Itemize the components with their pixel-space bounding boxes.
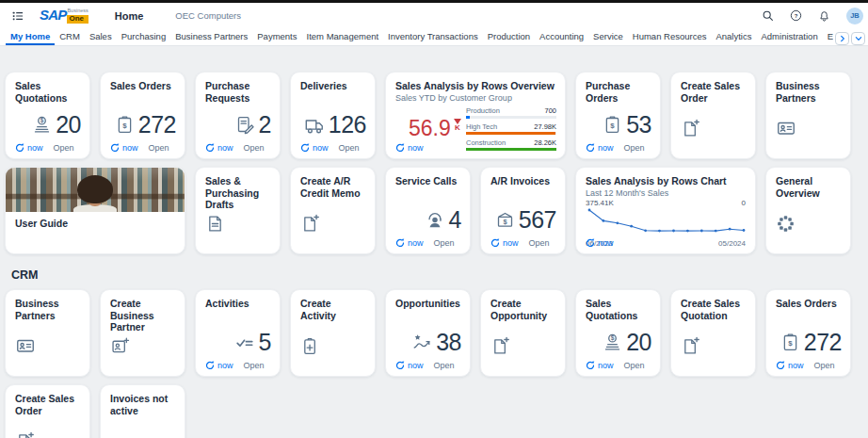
bar-value: 28.26K [534,138,556,147]
kpi-negative: 56.9K [409,119,461,138]
bell-icon[interactable] [818,9,830,22]
tile-sales-quotations[interactable]: Sales Quotations$20nowOpen [5,72,90,159]
open-link[interactable]: Open [624,361,645,370]
tab-administration[interactable]: Administration [756,28,822,45]
user-guide-photo [6,168,185,212]
nav-scroll-right-button[interactable] [835,32,849,45]
open-link[interactable]: Open [244,143,265,153]
refresh-now-link[interactable]: now [15,143,43,153]
refresh-label: now [408,361,424,370]
tile-user-guide[interactable]: User Guide [5,167,185,254]
tile-create-opportunity[interactable]: Create Opportunity [480,289,566,377]
tile-purchase-orders[interactable]: Purchase Orders$53nowOpen [575,72,661,159]
sales-order-icon: $ [780,333,800,352]
open-link[interactable]: Open [54,143,74,153]
tab-accounting[interactable]: Accounting [535,28,588,45]
refresh-label: now [122,143,138,153]
tile-activities[interactable]: Activities5nowOpen [195,289,281,377]
tile-title: Service Calls [395,175,460,187]
tile-footer: nowOpen [586,361,645,370]
tab-label: Inventory Transactions [388,31,478,41]
tile-purchase-requests[interactable]: Purchase Requests2nowOpen [195,72,281,159]
tab-crm[interactable]: CRM [55,28,85,45]
refresh-now-link[interactable]: now [776,361,804,370]
search-icon[interactable] [762,9,774,22]
tile-general-overview[interactable]: General Overview [765,167,851,254]
tab-human-resources[interactable]: Human Resources [628,28,712,45]
tile-create-sales-order[interactable]: Create Sales Order [5,384,90,438]
tab-purchasing[interactable]: Purchasing [117,28,171,45]
delivery-truck-icon [304,115,325,136]
tile-count: 53 [626,113,651,137]
open-link[interactable]: Open [149,143,169,153]
tab-analytics[interactable]: Analytics [711,28,756,45]
tile-sales-analysis-by-rows-chart[interactable]: Sales Analysis by Rows ChartLast 12 Mont… [575,167,756,254]
tab-label: Payments [257,31,297,41]
tile-count: 2 [259,113,271,137]
menu-icon[interactable] [11,9,24,23]
avatar[interactable]: JB [846,8,863,24]
open-link[interactable]: Open [339,143,360,153]
refresh-now-link[interactable]: now [395,143,424,153]
tab-inventory-transactions[interactable]: Inventory Transactions [383,28,483,45]
tile-title: Sales & Purchasing Drafts [205,175,270,211]
tile-invoices-not-active[interactable]: Invoices not active [100,384,185,438]
tab-sales[interactable]: Sales [85,28,117,45]
tab-business-partners[interactable]: Business Partners [170,28,252,45]
open-link[interactable]: Open [244,361,265,370]
open-link[interactable]: Open [529,238,550,248]
open-link[interactable]: Open [434,238,455,248]
logo-one-text: One [67,15,88,24]
nav-overflow [833,32,865,45]
tile-sales-orders[interactable]: Sales Orders$272nowOpen [765,289,851,377]
tab-production[interactable]: Production [483,28,535,45]
tab-payments[interactable]: Payments [252,28,301,45]
nav-expand-button[interactable] [851,32,865,45]
refresh-now-link[interactable]: now [586,361,614,370]
tile-sales-orders[interactable]: Sales Orders$272nowOpen [100,72,185,159]
tile-create-activity[interactable]: Create Activity [290,289,376,377]
tile-business-partners[interactable]: Business Partners [5,289,90,377]
refresh-now-link[interactable]: now [395,238,424,248]
refresh-now-link[interactable]: now [205,143,233,153]
tile-footer: nowOpen [300,143,360,153]
tab-my-home[interactable]: My Home [6,28,55,45]
tile-title: Create Opportunity [490,298,555,321]
refresh-now-link[interactable]: now [490,238,519,248]
svg-text:$: $ [611,334,615,342]
refresh-now-link[interactable]: now [300,143,329,153]
tile-business-partners[interactable]: Business Partners [765,72,851,159]
tile-create-sales-quotation[interactable]: Create Sales Quotation [670,289,756,377]
refresh-now-link[interactable]: now [205,361,233,370]
create-document-icon [681,119,700,138]
help-icon[interactable]: ? [790,9,802,22]
refresh-now-link[interactable]: now [395,361,424,370]
tile-service-calls[interactable]: Service Calls4nowOpen [385,167,471,254]
refresh-icon [395,143,405,153]
tile-sales-analysis-by-rows-overview[interactable]: Sales Analysis by Rows OverviewSales YTD… [385,72,566,159]
refresh-icon [586,143,595,153]
tab-service[interactable]: Service [588,28,628,45]
tab-item-management[interactable]: Item Management [302,28,384,45]
tile-deliveries[interactable]: Deliveries126nowOpen [290,72,376,159]
open-link[interactable]: Open [434,361,455,370]
open-link[interactable]: Open [814,361,835,370]
refresh-now-link[interactable]: now [586,143,614,153]
tile-create-business-partner[interactable]: Create Business Partner [100,289,185,377]
tile-footer: nowOpen [395,238,455,248]
open-link[interactable]: Open [624,143,645,153]
tile-create-sales-order[interactable]: Create Sales Order [670,72,756,159]
tile-title: Create Sales Order [15,393,80,416]
tile-opportunities[interactable]: Opportunities38nowOpen [385,289,471,377]
tile-count: 272 [804,331,842,354]
tile-a-r-invoices[interactable]: A/R Invoices$567nowOpen [480,167,566,254]
header: SAP Business One Home OEC Computers ? JB [0,3,868,28]
refresh-now-link[interactable]: now [586,238,614,248]
tile-title: Invoices not active [110,393,175,416]
tile-sales-quotations[interactable]: Sales Quotations$20nowOpen [575,289,661,377]
tile-sales-purchasing-drafts[interactable]: Sales & Purchasing Drafts [195,167,281,254]
refresh-icon [205,143,215,153]
refresh-now-link[interactable]: now [110,143,138,153]
tile-title: Create Sales Order [681,80,746,104]
tile-create-a-r-credit-memo[interactable]: Create A/R Credit Memo [290,167,376,254]
